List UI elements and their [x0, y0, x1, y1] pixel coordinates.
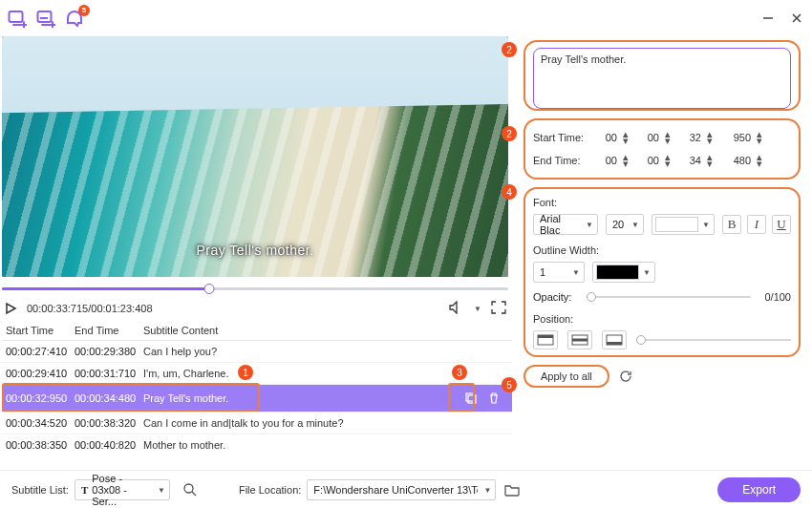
- position-row: [533, 330, 791, 349]
- end-hh[interactable]: ▴▾: [594, 151, 630, 170]
- outline-color-swatch: [596, 265, 639, 280]
- apply-to-all-button[interactable]: Apply to all: [524, 365, 609, 388]
- svg-rect-6: [538, 335, 553, 338]
- chevron-down-icon: ▼: [483, 485, 491, 494]
- bold-button[interactable]: B: [722, 215, 741, 234]
- end-mm[interactable]: ▴▾: [636, 151, 673, 170]
- toolbar: 5: [8, 9, 84, 28]
- row-text: Mother to mother.: [143, 439, 508, 451]
- font-label: Font:: [533, 197, 791, 208]
- outline-width-label: Outline Width:: [533, 244, 791, 256]
- svg-rect-10: [607, 342, 622, 345]
- start-time-label: Start Time:: [533, 132, 588, 143]
- opacity-slider[interactable]: [587, 290, 751, 304]
- font-row: Arial Blac▼ 20▼ ▼ B I U: [533, 214, 791, 235]
- opacity-row: Opacity: 0/100: [533, 290, 791, 304]
- titlebar: 5: [0, 0, 812, 36]
- row-end: 00:00:31:710: [75, 368, 143, 379]
- svg-point-11: [184, 484, 193, 493]
- badge: 5: [78, 5, 90, 16]
- video-preview[interactable]: Pray Tell's mother.: [2, 36, 508, 277]
- table-row[interactable]: 00:00:27:41000:00:29:380Can I help you?: [2, 341, 512, 363]
- slider-thumb[interactable]: [636, 335, 646, 345]
- export-button[interactable]: Export: [717, 477, 801, 502]
- spin-down-icon[interactable]: ▾: [621, 138, 630, 144]
- callout-4: 4: [502, 184, 517, 200]
- subtitle-list-select[interactable]: T Pose - 03x08 - Ser... ▼: [75, 479, 170, 500]
- row-start: 00:00:34:520: [6, 417, 75, 429]
- outline-row: 1▼ ▼: [533, 262, 791, 283]
- close-button[interactable]: [789, 11, 804, 26]
- refresh-icon[interactable]: [617, 368, 634, 385]
- group-subtitle-text: [524, 40, 801, 111]
- row-text: Can I come in and|talk to you for a minu…: [143, 417, 508, 429]
- auto-caption-icon[interactable]: 5: [65, 9, 84, 28]
- italic-button[interactable]: I: [747, 215, 766, 234]
- file-location-label: File Location:: [239, 484, 301, 496]
- callout-2b: 2: [502, 126, 517, 141]
- row-start: 00:00:29:410: [6, 368, 75, 379]
- group-font: Font: Arial Blac▼ 20▼ ▼ B I U Outline Wi…: [524, 187, 801, 357]
- search-icon[interactable]: [180, 479, 201, 500]
- font-size-select[interactable]: 20▼: [606, 214, 644, 235]
- chevron-down-icon: ▼: [158, 485, 165, 494]
- position-bottom-button[interactable]: [602, 330, 627, 349]
- start-time-row: Start Time: ▴▾ ▴▾ ▴▾ ▴▾: [533, 126, 791, 149]
- time-display: 00:00:33:715/00:01:23:408: [27, 303, 153, 314]
- position-middle-button[interactable]: [567, 330, 592, 349]
- footer-bar: Subtitle List: T Pose - 03x08 - Ser... ▼…: [0, 470, 812, 508]
- end-ms[interactable]: ▴▾: [720, 151, 764, 170]
- highlight-box-3: [448, 383, 475, 412]
- position-slider[interactable]: [636, 333, 791, 347]
- minimize-button[interactable]: [760, 11, 776, 26]
- callout-3: 3: [452, 365, 467, 380]
- volume-icon[interactable]: [449, 301, 464, 316]
- underline-button[interactable]: U: [772, 215, 791, 234]
- table-row[interactable]: 00:00:38:35000:00:40:820Mother to mother…: [2, 434, 512, 455]
- callout-2: 2: [502, 42, 517, 57]
- right-pane: 2 2 Start Time: ▴▾ ▴▾ ▴▾ ▴▾ End Time: ▴▾…: [512, 36, 812, 470]
- progress-bar[interactable]: [2, 283, 508, 296]
- row-text: Can I help you?: [143, 346, 508, 357]
- svg-rect-1: [38, 11, 52, 22]
- slider-track: [587, 296, 751, 298]
- table-row[interactable]: 00:00:29:41000:00:31:710I'm, um, Charlen…: [2, 363, 512, 385]
- subtitle-text-input[interactable]: [533, 48, 791, 109]
- svg-rect-0: [10, 11, 23, 22]
- slider-thumb[interactable]: [587, 292, 596, 302]
- add-video-icon[interactable]: [8, 9, 27, 28]
- file-location-select[interactable]: F:\Wondershare UniConverter 13\To-bur ▼: [307, 479, 496, 500]
- font-color-swatch: [655, 217, 698, 232]
- subtitle-table-header: Start Time End Time Subtitle Content: [2, 321, 512, 341]
- subtitle-overlay: Pray Tell's mother.: [2, 243, 508, 258]
- font-family-select[interactable]: Arial Blac▼: [533, 214, 598, 235]
- slider-track: [636, 339, 791, 341]
- start-mm[interactable]: ▴▾: [636, 128, 673, 147]
- play-button[interactable]: [4, 302, 17, 315]
- row-start: 00:00:27:410: [6, 346, 75, 357]
- chevron-down-icon: ▼: [631, 221, 639, 229]
- outline-color-select[interactable]: ▼: [592, 262, 655, 283]
- add-subtitle-icon[interactable]: [36, 9, 55, 28]
- position-top-button[interactable]: [533, 330, 558, 349]
- player-controls: 00:00:33:715/00:01:23:408 ▼: [2, 296, 508, 321]
- progress-thumb[interactable]: [204, 284, 215, 294]
- volume-chevron-down-icon[interactable]: ▼: [474, 305, 481, 313]
- table-row[interactable]: 00:00:34:52000:00:38:320Can I come in an…: [2, 413, 512, 434]
- chevron-down-icon: ▼: [643, 268, 651, 277]
- outline-width-select[interactable]: 1▼: [533, 262, 585, 283]
- subtitle-list-label: Subtitle List:: [11, 484, 69, 496]
- row-delete-icon[interactable]: [485, 390, 502, 407]
- row-end: 00:00:38:320: [75, 417, 143, 429]
- opacity-label: Opacity:: [533, 291, 579, 303]
- start-hh[interactable]: ▴▾: [594, 128, 630, 147]
- font-color-select[interactable]: ▼: [652, 214, 715, 235]
- open-folder-icon[interactable]: [502, 479, 523, 500]
- end-time-label: End Time:: [533, 155, 588, 166]
- start-ss[interactable]: ▴▾: [678, 128, 715, 147]
- fullscreen-icon[interactable]: [491, 301, 506, 316]
- chevron-down-icon: ▼: [702, 221, 710, 229]
- position-label: Position:: [533, 313, 791, 325]
- end-ss[interactable]: ▴▾: [678, 151, 715, 170]
- start-ms[interactable]: ▴▾: [720, 128, 764, 147]
